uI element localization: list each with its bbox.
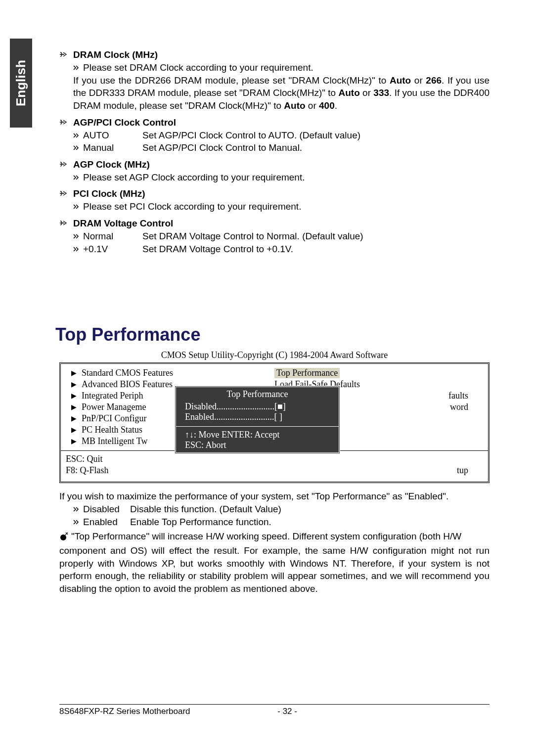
- section-title-agp-pci-ctrl: AGP/PCI Clock Control: [73, 117, 176, 128]
- bios-menu-item: PnP/PCI Configur: [82, 413, 147, 424]
- bios-menu-item: Power Manageme: [82, 402, 146, 412]
- caret-icon: ▶: [66, 369, 82, 377]
- bios-menu-item: MB Intelligent Tw: [82, 436, 147, 446]
- text-bold: 266: [426, 75, 442, 86]
- text-bold: 400: [319, 100, 335, 111]
- popup-key-hint: ESC: Abort: [185, 440, 334, 450]
- bios-screenshot: ▶Standard CMOS Features ▶Advanced BIOS F…: [59, 362, 490, 483]
- top-performance-heading: Top Performance: [55, 324, 490, 345]
- double-arrow-icon: [73, 200, 80, 213]
- language-tab: English: [10, 39, 32, 128]
- bios-text-fragment: word: [450, 402, 468, 412]
- footer-page-number: - 32 -: [266, 707, 309, 716]
- bios-highlight-item: Top Performance: [274, 368, 340, 378]
- option-label: +0.1V: [83, 243, 142, 256]
- text-line: Please set DRAM Clock according to your …: [83, 61, 313, 74]
- popup-option-enabled: Enabled...........................[ ]: [176, 412, 339, 422]
- option-desc: Disable this function. (Default Value): [130, 503, 281, 516]
- text-bold: Auto: [390, 75, 411, 86]
- pointer-icon: [59, 119, 68, 128]
- option-label: Enabled: [83, 516, 130, 529]
- bios-menu-item: Standard CMOS Features: [82, 368, 173, 378]
- caret-icon: ▶: [66, 403, 82, 411]
- bios-text-fragment: faults: [448, 391, 468, 401]
- option-label: Manual: [83, 141, 142, 154]
- text-line: Please set PCI Clock according to your r…: [83, 200, 301, 213]
- intro-text: If you wish to maximize the performance …: [59, 490, 490, 503]
- cmos-caption: CMOS Setup Utility-Copyright (C) 1984-20…: [59, 350, 490, 360]
- caret-icon: ▶: [66, 380, 82, 389]
- text-bold: 333: [373, 88, 389, 98]
- option-desc: Set DRAM Voltage Control to +0.1V.: [142, 243, 293, 256]
- bomb-icon: [59, 532, 68, 544]
- note-text: "Top Performance" will increase H/W work…: [71, 531, 461, 541]
- option-label: Disabled: [83, 503, 130, 516]
- svg-point-0: [60, 534, 66, 540]
- option-label: AUTO: [83, 129, 142, 142]
- text: or: [306, 100, 319, 111]
- pointer-icon: [59, 220, 68, 228]
- double-arrow-icon: [73, 129, 80, 142]
- double-arrow-icon: [73, 61, 80, 74]
- bios-text-fragment: tup: [274, 465, 468, 476]
- caret-icon: ▶: [66, 392, 82, 400]
- section-title-dram-voltage: DRAM Voltage Control: [73, 218, 173, 229]
- popup-key-hint: ↑↓: Move ENTER: Accept: [185, 430, 334, 440]
- dram-clock-paragraph: If you use the DDR266 DRAM module, pleas…: [73, 74, 490, 112]
- bios-menu-item: Integrated Periph: [82, 391, 143, 401]
- pointer-icon: [59, 51, 68, 60]
- text: If you use the DDR266 DRAM module, pleas…: [73, 75, 390, 86]
- footer-title: 8S648FXP-RZ Series Motherboard: [59, 707, 266, 716]
- section-title-pci-clock: PCI Clock (MHz): [73, 188, 145, 199]
- text-bold: Auto: [339, 88, 360, 98]
- pointer-icon: [59, 161, 68, 170]
- double-arrow-icon: [73, 243, 80, 256]
- popup-option-disabled: Disabled..........................[■]: [176, 401, 339, 412]
- text: or: [360, 88, 374, 98]
- popup-title: Top Performance: [176, 389, 339, 400]
- double-arrow-icon: [73, 230, 80, 243]
- double-arrow-icon: [73, 171, 80, 184]
- text: or: [411, 75, 426, 86]
- caret-icon: ▶: [66, 414, 82, 423]
- double-arrow-icon: [73, 141, 80, 154]
- bios-menu-item: Advanced BIOS Features: [82, 379, 173, 390]
- option-label: Normal: [83, 230, 142, 243]
- bios-key-hint: ESC: Quit: [66, 454, 274, 464]
- text-line: Please set AGP Clock according to your r…: [83, 171, 305, 184]
- bios-menu-item: PC Health Status: [82, 425, 142, 435]
- section-title-dram-clock: DRAM Clock (MHz): [73, 49, 158, 60]
- option-desc: Set AGP/PCI Clock Control to Manual.: [142, 141, 302, 154]
- option-desc: Set DRAM Voltage Control to Normal. (Def…: [142, 230, 363, 243]
- double-arrow-icon: [73, 503, 80, 516]
- note-text-cont: component and OS) will effect the result…: [59, 544, 490, 595]
- section-title-agp-clock: AGP Clock (MHz): [73, 159, 150, 170]
- caret-icon: ▶: [66, 426, 82, 434]
- caret-icon: ▶: [66, 437, 82, 445]
- text: .: [335, 100, 337, 111]
- page-footer: 8S648FXP-RZ Series Motherboard - 32 -: [59, 704, 490, 716]
- double-arrow-icon: [73, 516, 80, 529]
- main-content: DRAM Clock (MHz) Please set DRAM Clock a…: [59, 44, 490, 595]
- bios-popup: Top Performance Disabled................…: [175, 386, 340, 454]
- option-desc: Set AGP/PCI Clock Control to AUTO. (Defa…: [142, 129, 360, 142]
- text-bold: Auto: [284, 100, 305, 111]
- pointer-icon: [59, 190, 68, 199]
- option-desc: Enable Top Performance function.: [130, 516, 271, 529]
- bios-key-hint: F8: Q-Flash: [66, 465, 274, 476]
